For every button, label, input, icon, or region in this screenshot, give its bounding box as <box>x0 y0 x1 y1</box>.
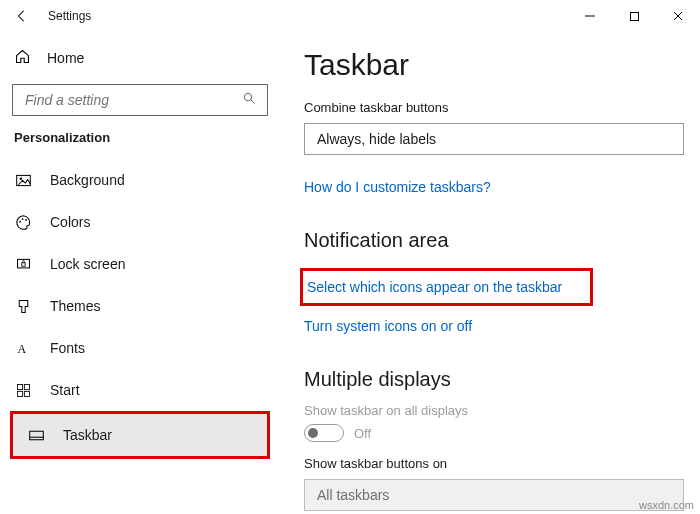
combine-label: Combine taskbar buttons <box>304 100 700 115</box>
settings-window: Settings Home <box>0 0 700 514</box>
nav-item-label: Colors <box>50 214 90 230</box>
nav-list: Background Colors Lock screen <box>0 159 280 411</box>
minimize-button[interactable] <box>568 1 612 31</box>
fonts-icon: A <box>14 339 32 357</box>
show-buttons-select: All taskbars <box>304 479 684 511</box>
svg-point-7 <box>21 218 23 220</box>
notification-heading: Notification area <box>304 229 700 252</box>
svg-point-2 <box>244 93 252 101</box>
combine-select[interactable]: Always, hide labels <box>304 123 684 155</box>
show-all-toggle <box>304 424 344 442</box>
section-label: Personalization <box>0 130 280 153</box>
show-buttons-label: Show taskbar buttons on <box>304 456 700 471</box>
nav-start[interactable]: Start <box>0 369 280 411</box>
multiple-displays-heading: Multiple displays <box>304 368 700 391</box>
nav-item-label: Fonts <box>50 340 85 356</box>
taskbar-icon <box>27 426 45 444</box>
svg-line-3 <box>251 100 255 104</box>
search-input[interactable] <box>23 91 242 109</box>
nav-taskbar[interactable]: Taskbar <box>13 414 267 456</box>
svg-rect-1 <box>630 12 638 20</box>
nav-item-label: Taskbar <box>63 427 112 443</box>
svg-rect-13 <box>24 384 29 389</box>
nav-fonts[interactable]: A Fonts <box>0 327 280 369</box>
watermark: wsxdn.com <box>639 499 694 511</box>
highlight-taskbar: Taskbar <box>10 411 270 459</box>
toggle-state: Off <box>354 426 371 441</box>
svg-rect-16 <box>29 431 43 440</box>
svg-rect-10 <box>21 262 24 265</box>
palette-icon <box>14 213 32 231</box>
highlight-select-icons: Select which icons appear on the taskbar <box>300 268 593 306</box>
customize-link[interactable]: How do I customize taskbars? <box>304 179 491 195</box>
nav-home-label: Home <box>47 50 84 66</box>
svg-text:A: A <box>17 341 26 355</box>
nav-lock-screen[interactable]: Lock screen <box>0 243 280 285</box>
window-controls <box>568 1 700 31</box>
system-icons-link[interactable]: Turn system icons on or off <box>304 318 472 334</box>
show-all-label: Show taskbar on all displays <box>304 403 700 418</box>
image-icon <box>14 171 32 189</box>
svg-rect-12 <box>17 384 22 389</box>
themes-icon <box>14 297 32 315</box>
svg-rect-15 <box>24 391 29 396</box>
close-button[interactable] <box>656 1 700 31</box>
search-box[interactable] <box>12 84 268 116</box>
lock-screen-icon <box>14 255 32 273</box>
svg-rect-14 <box>17 391 22 396</box>
maximize-button[interactable] <box>612 1 656 31</box>
page-title: Taskbar <box>304 48 700 82</box>
svg-point-6 <box>19 220 21 222</box>
select-icons-link[interactable]: Select which icons appear on the taskbar <box>307 279 562 295</box>
nav-colors[interactable]: Colors <box>0 201 280 243</box>
select-value: Always, hide labels <box>317 131 436 147</box>
nav-item-label: Background <box>50 172 125 188</box>
back-button[interactable] <box>12 6 32 26</box>
select-value: All taskbars <box>317 487 389 503</box>
nav-item-label: Lock screen <box>50 256 125 272</box>
svg-point-5 <box>19 177 22 180</box>
nav-item-label: Themes <box>50 298 101 314</box>
nav-home[interactable]: Home <box>0 38 280 78</box>
nav-background[interactable]: Background <box>0 159 280 201</box>
search-icon <box>242 91 257 109</box>
app-title: Settings <box>48 9 91 23</box>
start-icon <box>14 381 32 399</box>
nav-item-label: Start <box>50 382 80 398</box>
home-icon <box>14 48 31 68</box>
content-area: Taskbar Combine taskbar buttons Always, … <box>280 32 700 514</box>
nav-themes[interactable]: Themes <box>0 285 280 327</box>
titlebar: Settings <box>0 0 700 32</box>
svg-point-8 <box>25 219 27 221</box>
sidebar: Home Personalization Background <box>0 32 280 514</box>
